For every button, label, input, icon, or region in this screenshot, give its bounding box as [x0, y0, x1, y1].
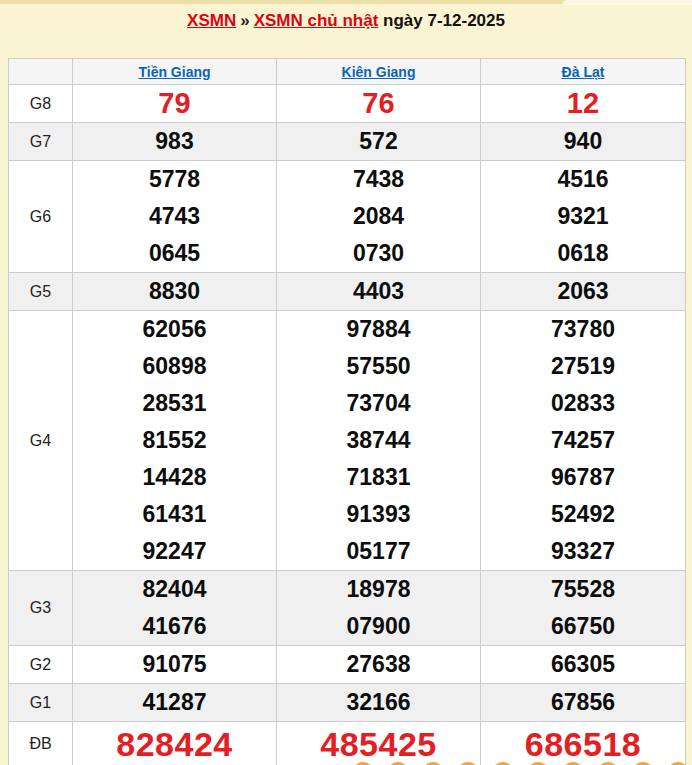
prize-number: 0645 [73, 235, 276, 272]
page-title: XSMN»XSMN chủ nhật ngày 7-12-2025 [0, 11, 692, 31]
prize-number: 60898 [73, 348, 276, 385]
table-row: G6577847430645743820840730451693210618 [9, 161, 686, 273]
xsmn-sunday-link[interactable]: XSMN chủ nhật [254, 11, 379, 30]
prize-label: G6 [9, 161, 73, 273]
prize-number: 9321 [481, 198, 685, 235]
prize-number: 8830 [73, 273, 276, 310]
prize-numbers-cell: 41287 [73, 684, 277, 722]
prize-numbers-cell: 32166 [277, 684, 481, 722]
prize-number: 828424 [73, 722, 276, 765]
table-row: G7983572940 [9, 123, 686, 161]
column-header-1[interactable]: Kiên Giang [277, 59, 481, 85]
prize-numbers-cell: 76 [277, 85, 481, 123]
prize-number: 12 [481, 85, 685, 122]
header-row: Tiền GiangKiên GiangĐà Lạt [9, 59, 686, 85]
prize-label: ĐB [9, 722, 73, 765]
prize-number: 62056 [73, 311, 276, 348]
prize-number: 0618 [481, 235, 685, 272]
prize-number: 61431 [73, 496, 276, 533]
prize-number: 73704 [277, 385, 480, 422]
prize-number: 4743 [73, 198, 276, 235]
prize-number: 940 [481, 123, 685, 160]
xsmn-link[interactable]: XSMN [187, 11, 236, 30]
prize-number: 41676 [73, 608, 276, 645]
prize-number: 91075 [73, 646, 276, 683]
prize-number: 27519 [481, 348, 685, 385]
prize-numbers-cell: 12 [481, 85, 686, 123]
prize-numbers-cell: 66305 [481, 646, 686, 684]
prize-number: 91393 [277, 496, 480, 533]
prize-number: 41287 [73, 684, 276, 721]
prize-number: 02833 [481, 385, 685, 422]
table-row: ĐB828424485425686518 [9, 722, 686, 765]
prize-number: 75528 [481, 571, 685, 608]
prize-number: 79 [73, 85, 276, 122]
prize-label: G7 [9, 123, 73, 161]
prize-number: 2063 [481, 273, 685, 310]
prize-numbers-cell: 743820840730 [277, 161, 481, 273]
top-edge-tab [562, 0, 692, 5]
prize-number: 2084 [277, 198, 480, 235]
prize-number: 4516 [481, 161, 685, 198]
prize-numbers-cell: 8830 [73, 273, 277, 311]
prize-label: G8 [9, 85, 73, 123]
prize-label: G1 [9, 684, 73, 722]
prize-number: 81552 [73, 422, 276, 459]
table-row: G3824044167618978079007552866750 [9, 571, 686, 646]
prize-numbers-cell: 686518 [481, 722, 686, 765]
prize-number: 93327 [481, 533, 685, 570]
lottery-results-page: XSMN»XSMN chủ nhật ngày 7-12-2025 Tiền G… [0, 0, 692, 765]
draw-date-text: ngày 7-12-2025 [383, 11, 505, 30]
prize-number: 52492 [481, 496, 685, 533]
prize-number: 73780 [481, 311, 685, 348]
prize-label: G4 [9, 311, 73, 571]
prize-number: 18978 [277, 571, 480, 608]
prize-number: 686518 [481, 722, 685, 765]
prize-label: G5 [9, 273, 73, 311]
prize-number: 92247 [73, 533, 276, 570]
prize-numbers-cell: 91075 [73, 646, 277, 684]
prize-numbers-cell: 451693210618 [481, 161, 686, 273]
prize-numbers-cell: 67856 [481, 684, 686, 722]
prize-numbers-cell: 572 [277, 123, 481, 161]
prize-numbers-cell: 577847430645 [73, 161, 277, 273]
prize-number: 485425 [277, 722, 480, 765]
column-header-0[interactable]: Tiền Giang [73, 59, 277, 85]
prize-numbers-cell: 79 [73, 85, 277, 123]
prize-number: 05177 [277, 533, 480, 570]
prize-numbers-cell: 485425 [277, 722, 481, 765]
table-row: G5883044032063 [9, 273, 686, 311]
results-table: Tiền GiangKiên GiangĐà Lạt G8797612G7983… [8, 58, 686, 765]
breadcrumb-separator: » [236, 11, 253, 30]
prize-number: 96787 [481, 459, 685, 496]
prize-number: 7438 [277, 161, 480, 198]
prize-number: 38744 [277, 422, 480, 459]
table-row: G462056608982853181552144286143192247978… [9, 311, 686, 571]
prize-number: 28531 [73, 385, 276, 422]
prize-numbers-cell: 828424 [73, 722, 277, 765]
prize-numbers-cell: 8240441676 [73, 571, 277, 646]
prize-numbers-cell: 73780275190283374257967875249293327 [481, 311, 686, 571]
table-row: G2910752763866305 [9, 646, 686, 684]
prize-number: 0730 [277, 235, 480, 272]
table-row: G1412873216667856 [9, 684, 686, 722]
prize-numbers-cell: 2063 [481, 273, 686, 311]
prize-column-header [9, 59, 73, 85]
prize-label: G3 [9, 571, 73, 646]
prize-number: 32166 [277, 684, 480, 721]
prize-number: 76 [277, 85, 480, 122]
prize-number: 67856 [481, 684, 685, 721]
prize-number: 27638 [277, 646, 480, 683]
prize-number: 71831 [277, 459, 480, 496]
prize-numbers-cell: 7552866750 [481, 571, 686, 646]
column-header-2[interactable]: Đà Lạt [481, 59, 686, 85]
prize-numbers-cell: 4403 [277, 273, 481, 311]
prize-numbers-cell: 97884575507370438744718319139305177 [277, 311, 481, 571]
prize-numbers-cell: 983 [73, 123, 277, 161]
prize-numbers-cell: 27638 [277, 646, 481, 684]
prize-number: 97884 [277, 311, 480, 348]
prize-label: G2 [9, 646, 73, 684]
prize-number: 66750 [481, 608, 685, 645]
prize-number: 07900 [277, 608, 480, 645]
prize-number: 983 [73, 123, 276, 160]
